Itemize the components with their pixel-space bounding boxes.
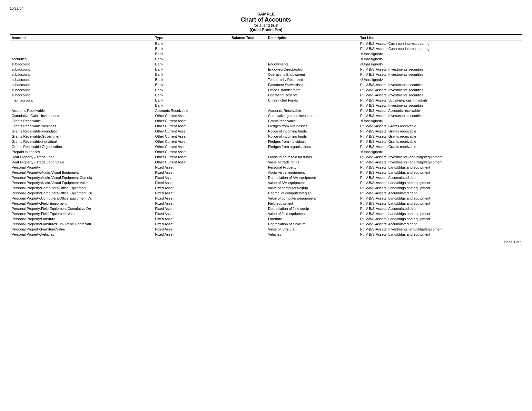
- cell-description: Depreciation of field equip: [266, 206, 358, 211]
- cell-account: Grants Receivable:Business: [10, 123, 153, 129]
- cell-type: Fixed Asset: [153, 232, 220, 237]
- cell-taxline: <Unassigned>: [358, 149, 522, 154]
- cell-balance: [220, 227, 266, 232]
- cell-taxline: <Unassigned>: [358, 118, 522, 123]
- col-taxline: Tax Line: [358, 34, 522, 41]
- table-row: securitiesBank<Unassigned>: [10, 56, 522, 62]
- cell-balance: [220, 232, 266, 237]
- cell-description: Value of computers/equip: [266, 185, 358, 191]
- table-row: Grants Receivable:GovernmentOther Curren…: [10, 134, 522, 139]
- cell-account: Grants Receivable:Foundation: [10, 129, 153, 134]
- cell-type: Other Current Asset: [153, 144, 220, 149]
- cell-account: Personal Property:Audio-Visual Equipment…: [10, 175, 153, 180]
- cell-type: Bank: [153, 93, 220, 98]
- cell-type: Bank: [153, 87, 220, 93]
- cell-description: Office Establishment: [266, 87, 358, 93]
- cell-account: Personal Property:Vehicles: [10, 232, 153, 237]
- cell-type: Other Current Asset: [153, 113, 220, 118]
- cell-balance: [220, 175, 266, 180]
- cell-description: Pledges from individuals: [266, 139, 358, 144]
- cell-type: Bank: [153, 72, 220, 77]
- cell-account: subaccount: [10, 82, 153, 87]
- cell-description: Value of furniture: [266, 227, 358, 232]
- cell-type: Bank: [153, 41, 220, 46]
- cell-type: Fixed Asset: [153, 170, 220, 175]
- cell-taxline: Pt IV-B/S-Assets: Grants receivable: [358, 139, 522, 144]
- cell-account: subaccount: [10, 62, 153, 67]
- cell-description: Endowed Directorship: [266, 67, 358, 72]
- table-row: subaccountBankOffice EstablishmentPt IV-…: [10, 87, 522, 93]
- cell-balance: [220, 196, 266, 201]
- table-row: main accountBankUnrestricted FundsPt IV-…: [10, 98, 522, 103]
- table-row: Cumulative Gain - InvestmentsOther Curre…: [10, 113, 522, 118]
- cell-taxline: Pt IV-B/S-Assets: Land/bldgs and equipme…: [358, 211, 522, 216]
- cell-type: Fixed Asset: [153, 191, 220, 196]
- cell-description: Accounts Receivable: [266, 108, 358, 113]
- cell-type: Bank: [153, 46, 220, 51]
- cell-balance: [220, 123, 266, 129]
- cell-description: Cumulative gain on investment: [266, 113, 358, 118]
- cell-description: Audio-visual equipment: [266, 170, 358, 175]
- table-row: subaccountBankEndowed DirectorshipPt IV-…: [10, 67, 522, 72]
- cell-description: Endowments: [266, 62, 358, 67]
- cell-description: Pledges from organizations: [266, 144, 358, 149]
- table-row: Personal PropertyFixed AssetPersonal Pro…: [10, 165, 522, 170]
- cell-account: Personal Property:Field Equipment:Value: [10, 211, 153, 216]
- cell-balance: [220, 87, 266, 93]
- cell-balance: [220, 170, 266, 175]
- cell-taxline: <Unassigned>: [358, 51, 522, 56]
- cell-account: Real Property - Trade Land: [10, 154, 153, 160]
- cell-account: securities: [10, 56, 153, 62]
- cell-balance: [220, 160, 266, 165]
- cell-taxline: Pt IV-B/S-Assets: Accumulated depr: [358, 206, 522, 211]
- cell-description: Grants receivable: [266, 118, 358, 123]
- cell-balance: [220, 134, 266, 139]
- cell-description: Notice of incoming funds: [266, 129, 358, 134]
- table-row: Personal Property:FurnitureFixed AssetFu…: [10, 216, 522, 221]
- cell-taxline: Pt IV-B/S-Assets: Land/bldgs and equipme…: [358, 201, 522, 206]
- cell-balance: [220, 201, 266, 206]
- cell-type: Fixed Asset: [153, 216, 220, 221]
- cell-type: Other Current Asset: [153, 149, 220, 154]
- cell-taxline: Pt IV-B/S-Assets: Investments securities: [358, 103, 522, 108]
- cell-account: [10, 103, 153, 108]
- col-type: Type: [153, 34, 220, 41]
- cell-description: Unrestricted Funds: [266, 98, 358, 103]
- cell-balance: [220, 216, 266, 221]
- cell-account: subaccount: [10, 93, 153, 98]
- cell-taxline: Pt IV-B/S-Assets: Grants receivable: [358, 129, 522, 134]
- cell-description: Notice of incoming funds: [266, 134, 358, 139]
- cell-balance: [220, 46, 266, 51]
- table-row: Personal Property:Audio-Visual Equipment…: [10, 180, 522, 185]
- cell-taxline: Pt IV-B/S-Assets: Cash-non-interest bear…: [358, 46, 522, 51]
- cell-type: Accounts Receivable: [153, 108, 220, 113]
- cell-account: Accounts Receivable: [10, 108, 153, 113]
- cell-balance: [220, 67, 266, 72]
- cell-type: Bank: [153, 103, 220, 108]
- page-number: Page 1 of 5: [10, 240, 522, 244]
- cell-taxline: Pt IV-B/S-Assets: Cash-non-interest bear…: [358, 41, 522, 46]
- sample-label: SAMPLE: [10, 12, 522, 16]
- cell-type: Other Current Asset: [153, 134, 220, 139]
- cell-account: Personal Property:Computers/Office Equip…: [10, 191, 153, 196]
- cell-taxline: Pt IV-B/S-Assets: Investments securities: [358, 113, 522, 118]
- cell-description: Temporarily Restricted: [266, 77, 358, 82]
- cell-account: [10, 46, 153, 51]
- cell-taxline: Pt IV-B/S-Assets: Land/bldgs and equipme…: [358, 216, 522, 221]
- table-row: Personal Property:Audio-Visual Equipment…: [10, 170, 522, 175]
- cell-type: Bank: [153, 62, 220, 67]
- cell-balance: [220, 149, 266, 154]
- cell-type: Bank: [153, 67, 220, 72]
- cell-taxline: <Unassigned>: [358, 62, 522, 67]
- cell-balance: [220, 139, 266, 144]
- cell-taxline: Pt IV-B/S-Assets: Investments securities: [358, 87, 522, 93]
- cell-balance: [220, 51, 266, 56]
- cell-taxline: Pt IV-B/S-Assets: Investments-land/bldgs…: [358, 227, 522, 232]
- cell-account: Personal Property:Audio-Visual Equipment…: [10, 180, 153, 185]
- table-row: Real Property - Trade LandOther Current …: [10, 154, 522, 160]
- table-row: Personal Property:Computers/Office Equip…: [10, 185, 522, 191]
- cell-taxline: Pt IV-B/S-Assets: Land/bldgs and equipme…: [358, 232, 522, 237]
- cell-type: Bank: [153, 98, 220, 103]
- cell-type: Fixed Asset: [153, 165, 220, 170]
- cell-account: Personal Property:Furniture: [10, 216, 153, 221]
